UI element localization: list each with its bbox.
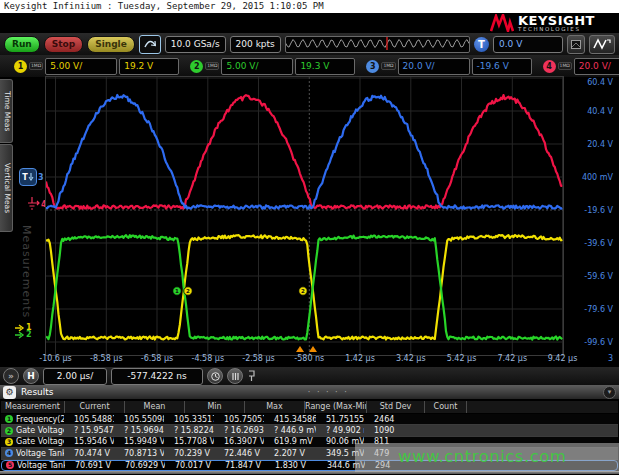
channel-4-button[interactable]: 4 — [543, 60, 556, 73]
measurement-value: 415.345860 Hz — [264, 415, 316, 424]
channel4-ground-marker[interactable]: 4 — [27, 197, 47, 211]
main-display: Time Meas Vertical Meas Measurements T 3… — [0, 77, 619, 367]
measurement-value: 70.8713 V — [114, 449, 164, 458]
channel2-ground-marker[interactable]: 2 — [15, 330, 32, 339]
table-row-frequency-2-[interactable]: 1Frequency(2)105.54881 kHz105.55098 kHz1… — [1, 414, 618, 425]
measurement-marker-label: 2 — [301, 288, 305, 294]
measurement-value: 71.847 V — [215, 461, 265, 470]
channel-3-group: 31MΩ20.0 V/-19.6 V — [366, 58, 531, 75]
measurement-value: 51.7515593 Hz — [316, 415, 364, 424]
column-header-count[interactable]: Count — [424, 401, 466, 413]
channel-4-scale-box[interactable]: 20.0 V/ — [574, 58, 619, 75]
sample-rate-box[interactable]: 10.0 GSa/s — [165, 36, 226, 53]
channel-1-offset-box[interactable]: 19.2 V — [119, 58, 179, 75]
measurement-value: ? 446.9 mV — [264, 426, 316, 435]
results-header[interactable]: ⚙ Results · · · · · ▾ — [0, 385, 619, 400]
y-axis-tick-label: -19.6 V — [565, 206, 613, 215]
clock-icon — [211, 372, 220, 381]
time-axis-labels: -10.6 µs-8.58 µs-6.58 µs-4.58 µs-2.58 µs… — [0, 354, 619, 367]
measurement-value: ? 15.9547 V — [64, 426, 114, 435]
window-title: Keysight Infiniium : Tuesday, September … — [0, 0, 619, 13]
measurement-marker-label: 2 — [186, 288, 190, 294]
touch-mode-button[interactable] — [139, 35, 161, 54]
channel-2-scale-box[interactable]: 5.00 V/ — [221, 58, 293, 75]
zigzag-waveform-icon — [593, 38, 611, 50]
acquisition-toolbar: Run Stop Single 10.0 GSa/s 200 kpts T 0.… — [0, 33, 619, 55]
run-button[interactable]: Run — [4, 36, 40, 53]
results-close-button[interactable]: ▾ — [603, 386, 616, 399]
waveform-tools-button[interactable] — [589, 35, 615, 54]
measurement-value: 1.830 V — [265, 461, 317, 470]
horizontal-button[interactable]: H — [23, 368, 39, 384]
drag-handle[interactable]: · · · · · — [59, 388, 599, 397]
column-header-std-dev[interactable]: Std Dev — [366, 401, 424, 413]
trigger-source-button[interactable]: T — [474, 37, 489, 52]
measurement-source-icon: 3 — [5, 438, 13, 446]
timebase-box[interactable]: 2.00 µs/ — [43, 368, 107, 385]
column-header-range-max-min-[interactable]: Range (Max-Min) — [304, 401, 366, 413]
channel2-marker-label: 2 — [26, 330, 32, 339]
ground-symbol-icon — [27, 197, 40, 211]
measurement-value: 105.33517 kHz — [164, 415, 214, 424]
channel-3-impedance: 1MΩ — [381, 62, 395, 70]
measurement-value: ? 16.2693 V — [214, 426, 264, 435]
channel-1-scale-box[interactable]: 5.00 V/ — [45, 58, 117, 75]
channel-3-scale-box[interactable]: 20.0 V/ — [398, 58, 470, 75]
trigger-level-box[interactable]: 0.0 V — [493, 36, 563, 53]
gear-icon[interactable]: ⚙ — [3, 386, 16, 399]
measurement-value: ? 15.9694 V — [114, 426, 164, 435]
y-axis-tick-label: -59.6 V — [565, 272, 613, 281]
measurement-name: Voltage Tank Cir — [17, 461, 65, 470]
curved-arrow-icon — [144, 39, 156, 49]
acquisition-preview-strip[interactable] — [285, 36, 470, 53]
channel-1-button[interactable]: 1 — [14, 60, 27, 73]
y-axis-tick-label: 60.4 V — [565, 78, 613, 87]
column-header-max[interactable]: Max — [244, 401, 304, 413]
watermark-text: www.cntronics.com — [398, 447, 566, 466]
channel-4-impedance: 1MΩ — [558, 62, 572, 70]
stop-button[interactable]: Stop — [44, 36, 83, 53]
measurement-value: 15.9546 V — [64, 437, 114, 446]
measurement-source-icon: 4 — [5, 449, 13, 457]
y-axis-labels: 60.4 V40.4 V20.4 V400 mV-19.6 V-39.6 V-5… — [563, 77, 619, 355]
single-button[interactable]: Single — [87, 36, 135, 53]
pin-icon[interactable] — [247, 370, 256, 382]
display-mode-button[interactable] — [567, 35, 585, 54]
measurement-value: 72.446 V — [214, 449, 264, 458]
column-header-measurement[interactable]: Measurement — [1, 401, 64, 413]
gate-marker-triangle[interactable] — [296, 346, 304, 352]
results-title: Results — [21, 387, 54, 397]
channel-2-offset-box[interactable]: 19.3 V — [295, 58, 355, 75]
measurement-value: 105.75051 kHz — [214, 415, 264, 424]
channel-2-button[interactable]: 2 — [190, 60, 203, 73]
tab-time-meas[interactable]: Time Meas — [0, 79, 13, 143]
column-header-min[interactable]: Min — [184, 401, 244, 413]
column-header-mean[interactable]: Mean — [124, 401, 184, 413]
channel-2-group: 21MΩ5.00 V/19.3 V — [190, 58, 355, 75]
y-axis-tick-label: 400 mV — [565, 173, 613, 182]
vertical-bars-icon — [231, 372, 240, 381]
time-axis-tick-label: -8.58 µs — [79, 354, 133, 363]
measurement-value: 619.9 mV — [264, 437, 316, 446]
waveform-plot[interactable]: 122 — [46, 77, 563, 355]
channel-4-group: 41MΩ20.0 V/800 mV — [543, 58, 619, 75]
zoom-mode-button[interactable] — [207, 368, 223, 384]
trigger-level-marker[interactable]: T 3 — [19, 168, 44, 186]
horizontal-position-box[interactable]: -577.4222 ns — [111, 368, 203, 385]
channel-3-button[interactable]: 3 — [366, 60, 379, 73]
memory-depth-box[interactable]: 200 kpts — [230, 36, 281, 53]
segmented-memory-button[interactable] — [227, 368, 243, 384]
time-axis-tick-label: -2.58 µs — [232, 354, 286, 363]
table-row-gate-voltage-mc[interactable]: 2Gate Voltage MC? 15.9547 V? 15.9694 V? … — [1, 425, 618, 436]
channel-2-impedance: 1MΩ — [205, 62, 219, 70]
expand-button[interactable]: » — [3, 368, 19, 384]
column-header-blank — [466, 401, 618, 413]
column-header-current[interactable]: Current — [64, 401, 124, 413]
measurement-name: Gate Voltage MC — [16, 437, 64, 446]
channel-1-group: 11MΩ5.00 V/19.2 V — [14, 58, 179, 75]
measurement-source-icon: 1 — [5, 415, 13, 423]
tab-vertical-meas[interactable]: Vertical Meas — [0, 144, 13, 232]
measurement-value: 105.55098 kHz — [114, 415, 164, 424]
channel-3-offset-box[interactable]: -19.6 V — [472, 58, 532, 75]
gate-marker-triangle[interactable] — [309, 346, 317, 352]
